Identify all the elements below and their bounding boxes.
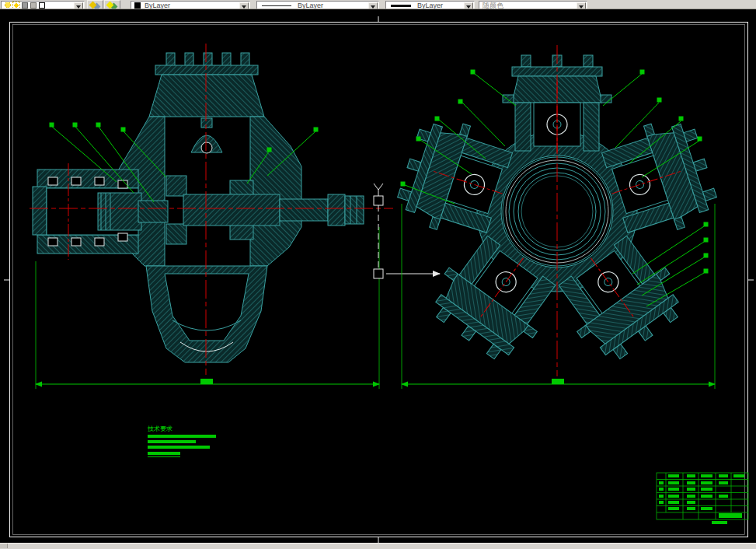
dimension-text xyxy=(552,379,564,384)
lineweight-control-value: ByLayer xyxy=(417,2,443,9)
layer-dropdown[interactable] xyxy=(1,1,85,9)
notes-line xyxy=(148,435,216,438)
technical-notes-block: 技术要求 xyxy=(147,425,216,457)
layer-freeze-icon[interactable] xyxy=(13,2,19,9)
object-properties-toolbar: ByLayer ByLayer ByLayer 随颜色 xyxy=(0,0,756,9)
notes-line xyxy=(148,440,196,443)
layer-on-icon[interactable] xyxy=(5,2,11,9)
plotstyle-control-value: 随颜色 xyxy=(483,2,503,9)
layer-plot-icon[interactable] xyxy=(30,2,37,9)
linetype-control-value: ByLayer xyxy=(298,2,323,9)
dropdown-arrow-icon[interactable] xyxy=(74,2,83,9)
drawing-canvas[interactable]: 技术要求 xyxy=(0,0,756,549)
linetype-control-dropdown[interactable]: ByLayer xyxy=(256,1,379,9)
color-control-value: ByLayer xyxy=(145,2,170,9)
dropdown-arrow-icon[interactable] xyxy=(368,2,378,9)
notes-line xyxy=(148,446,210,449)
case-right-wall xyxy=(250,117,301,266)
lineweight-preview-icon xyxy=(391,5,411,7)
crankshaft xyxy=(183,194,364,226)
layer-previous-button[interactable] xyxy=(104,0,120,9)
valve-circle xyxy=(201,142,212,153)
linetype-preview-icon xyxy=(262,5,291,6)
lineweight-control-dropdown[interactable]: ByLayer xyxy=(385,1,475,9)
head-plate xyxy=(155,65,258,75)
color-control-dropdown[interactable]: ByLayer xyxy=(131,1,250,9)
cad-window: ByLayer ByLayer ByLayer 随颜色 xyxy=(0,0,756,549)
scrollbar-corner xyxy=(0,544,8,548)
notes-line xyxy=(148,452,180,455)
make-object-layer-current-button[interactable] xyxy=(87,0,103,9)
dropdown-arrow-icon[interactable] xyxy=(464,2,473,9)
layer-lock-icon[interactable] xyxy=(22,2,28,9)
side-section-view[interactable] xyxy=(30,44,393,375)
title-block xyxy=(657,473,748,524)
radial-front-view[interactable] xyxy=(392,45,723,376)
plotstyle-control-dropdown[interactable]: 随颜色 xyxy=(479,1,587,9)
notes-underline xyxy=(148,456,180,457)
notes-heading: 技术要求 xyxy=(147,425,172,432)
dropdown-arrow-icon[interactable] xyxy=(577,2,586,9)
head-body xyxy=(149,75,264,117)
dropdown-arrow-icon[interactable] xyxy=(239,2,249,9)
valve-stem xyxy=(201,118,212,128)
head-bolts xyxy=(166,53,249,66)
current-color-swatch xyxy=(134,2,141,9)
dimension-text xyxy=(200,379,213,384)
status-strip xyxy=(0,543,756,549)
layer-color-icon xyxy=(39,2,45,9)
